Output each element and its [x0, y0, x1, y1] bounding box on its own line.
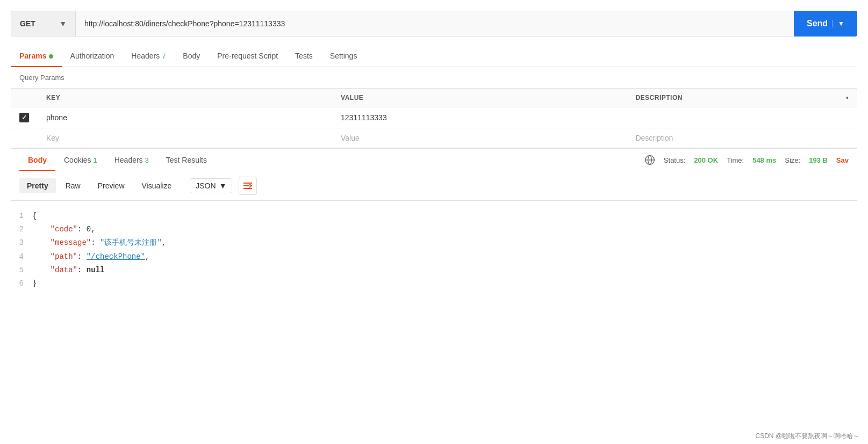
size-label: Size: [785, 156, 800, 164]
json-response-view: 1 { 2 "code": 0, 3 "message": "该手机号未注册",… [11, 201, 857, 299]
table-row: phone 12311113333 [11, 107, 857, 128]
tab-body[interactable]: Body [174, 45, 209, 67]
table-row-new: Key Value Description [11, 128, 857, 148]
format-raw-btn[interactable]: Raw [58, 178, 88, 193]
param-key-cell: phone [38, 107, 332, 128]
url-input[interactable] [75, 11, 794, 37]
params-dot [49, 54, 53, 59]
request-tabs: Params Authorization Headers 7 Body Pre-… [11, 45, 857, 67]
tab-headers[interactable]: Headers 7 [123, 45, 174, 67]
wrap-lines-button[interactable] [239, 177, 257, 195]
format-pretty-btn[interactable]: Pretty [19, 178, 56, 193]
send-dropdown-arrow: ▼ [832, 20, 844, 27]
code-line-2: 2 "code": 0, [11, 223, 857, 236]
method-dropdown-arrow: ▼ [59, 19, 67, 28]
response-tab-headers[interactable]: Headers 3 [106, 149, 157, 171]
params-table: KEY VALUE DESCRIPTION • [11, 89, 857, 148]
tab-params[interactable]: Params [11, 45, 62, 67]
url-bar: GET ▼ Send ▼ [11, 11, 857, 37]
method-label: GET [20, 19, 35, 28]
tab-prerequest[interactable]: Pre-request Script [209, 45, 286, 67]
code-line-6: 6 } [11, 277, 857, 290]
response-tab-testresults[interactable]: Test Results [157, 149, 216, 171]
wrap-lines-icon [243, 181, 253, 191]
size-value: 193 B [809, 156, 828, 164]
response-tab-body[interactable]: Body [19, 149, 55, 171]
send-button[interactable]: Send ▼ [794, 11, 857, 37]
col-header-actions: • [837, 89, 857, 107]
param-actions-cell [837, 107, 857, 128]
param-desc-cell [627, 107, 837, 128]
code-line-5: 5 "data": null [11, 264, 857, 277]
tab-settings[interactable]: Settings [321, 45, 366, 67]
content-type-arrow: ▼ [219, 181, 227, 190]
param-value-cell: 12311113333 [332, 107, 627, 128]
col-header-check [11, 89, 38, 107]
response-section: Body Cookies 1 Headers 3 Test Results St… [11, 148, 857, 299]
col-header-desc: DESCRIPTION [627, 89, 837, 107]
format-visualize-btn[interactable]: Visualize [134, 178, 180, 193]
response-tabs: Body Cookies 1 Headers 3 Test Results St… [11, 149, 857, 171]
body-toolbar: Pretty Raw Preview Visualize JSON ▼ [11, 171, 857, 201]
content-type-label: JSON [196, 181, 216, 190]
col-header-key: KEY [38, 89, 332, 107]
time-label: Time: [727, 156, 744, 164]
query-params-label: Query Params [11, 67, 857, 89]
method-select[interactable]: GET ▼ [11, 11, 75, 37]
send-label: Send [807, 19, 828, 28]
col-header-value: VALUE [332, 89, 627, 107]
content-type-select[interactable]: JSON ▼ [190, 178, 232, 193]
code-line-3: 3 "message": "该手机号未注册", [11, 236, 857, 250]
param-checkbox[interactable] [19, 113, 29, 122]
time-value: 548 ms [752, 156, 776, 164]
status-value: 200 OK [694, 156, 718, 164]
tab-authorization[interactable]: Authorization [62, 45, 123, 67]
format-preview-btn[interactable]: Preview [90, 178, 132, 193]
tab-tests[interactable]: Tests [286, 45, 321, 67]
code-line-4: 4 "path": "/checkPhone", [11, 250, 857, 264]
status-label: Status: [664, 156, 685, 164]
response-meta: Status: 200 OK Time: 548 ms Size: 193 B … [644, 155, 849, 165]
response-tab-cookies[interactable]: Cookies 1 [55, 149, 106, 171]
code-line-1: 1 { [11, 209, 857, 223]
globe-icon [644, 155, 655, 165]
path-link[interactable]: "/checkPhone" [87, 252, 145, 261]
save-button[interactable]: Sav [836, 156, 849, 164]
row-checkbox-cell [11, 107, 38, 128]
